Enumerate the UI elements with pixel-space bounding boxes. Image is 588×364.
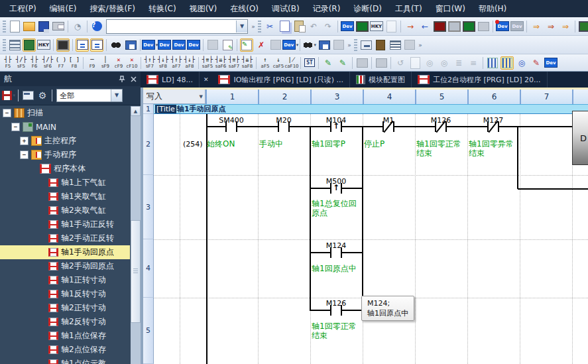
read-from-plc-icon[interactable]: ← xyxy=(418,20,432,33)
view-statement-icon[interactable] xyxy=(90,38,103,52)
search-combobox[interactable]: ▼ xyxy=(106,19,248,34)
copy-icon[interactable] xyxy=(278,20,291,33)
ladder-tool-F9-icon[interactable]: ─F9 xyxy=(86,55,99,71)
ladder-tool-saF5-icon[interactable]: ┤⇈├saF5 xyxy=(201,55,214,71)
tree-item-轴1手动回原点[interactable]: 轴1手动回原点 xyxy=(0,245,130,259)
document-tab-2[interactable]: 模块配置图 xyxy=(350,72,412,88)
find-dim-1-icon[interactable]: ◎ xyxy=(423,56,436,70)
ladder-tool-aF7-icon[interactable]: ┤↑├aF7 xyxy=(170,55,183,71)
list-view-icon[interactable] xyxy=(388,38,402,52)
document-tab-1[interactable]: IO输出程序 [PRG] [LD] (只读) ... xyxy=(212,72,350,88)
project-tree-view-icon[interactable] xyxy=(8,38,21,52)
ladder-jump-3-icon[interactable]: ⇒ xyxy=(559,20,572,33)
device-comment-list-icon[interactable]: HKY xyxy=(37,38,50,52)
delete-row-dim-icon[interactable]: ≡ xyxy=(467,56,480,70)
tree-item-轴1反转寸动[interactable]: 轴1反转寸动 xyxy=(0,287,130,301)
device-monitor-off-icon[interactable]: Dev xyxy=(510,20,524,33)
dock-layout-icon[interactable] xyxy=(21,89,34,102)
tree-item-扫描[interactable]: −扫描 xyxy=(0,106,130,120)
device-test-grid-icon[interactable] xyxy=(355,56,369,70)
device-find-tool-icon[interactable]: ▾ xyxy=(303,38,316,52)
toolbar-overflow-icon[interactable]: » xyxy=(346,39,353,51)
tree-item-手动程序[interactable]: −手动程序 xyxy=(0,148,130,162)
menu-item-edit[interactable]: 编辑(E) xyxy=(43,0,84,17)
device-monitor-on-icon[interactable]: Dev xyxy=(496,20,509,33)
device-display-icon[interactable]: Dev▾ xyxy=(143,38,156,52)
open-project-icon[interactable] xyxy=(23,20,36,33)
edit-coil-icon[interactable]: ✎ xyxy=(336,56,349,70)
tree-item-轴2手动正反转[interactable]: 轴2手动正反转 xyxy=(0,231,130,245)
ladder-tool-sF9-icon[interactable]: │sF9 xyxy=(99,55,112,71)
edit-mode-icon[interactable]: ✎ xyxy=(240,38,253,52)
st-editor-icon[interactable]: ST xyxy=(303,55,316,71)
tab-close-icon[interactable]: ✕ xyxy=(200,76,213,83)
scroll-thumb[interactable] xyxy=(131,220,141,323)
ladder-tool-aF8-icon[interactable]: ┤↓├aF8 xyxy=(183,55,196,71)
ladder-tool-saF7-icon[interactable]: ┤⇈├saF7 xyxy=(227,55,241,71)
device-view-icon[interactable]: Dev▾ xyxy=(284,38,297,52)
find-icon[interactable] xyxy=(109,38,123,52)
monitor-dim-icon[interactable] xyxy=(477,20,490,33)
new-project-icon[interactable] xyxy=(8,20,21,33)
redo-icon[interactable]: ↷ xyxy=(322,20,335,33)
tree-item-轴1手动正反转[interactable]: 轴1手动正反转 xyxy=(0,217,130,231)
ladder-tool-F5-icon[interactable]: ┤├F5 xyxy=(1,55,15,71)
ladder-jump-2-icon[interactable]: ⇒ xyxy=(544,20,558,33)
form-view-icon[interactable] xyxy=(359,38,373,52)
toolbar-grip[interactable] xyxy=(3,39,6,51)
device-batch-monitor-icon[interactable]: Dev xyxy=(158,38,171,52)
device-memory-icon[interactable]: Dev xyxy=(187,38,200,52)
tree-expand-toggle[interactable]: − xyxy=(11,123,20,131)
menu-item-tools[interactable]: 工具(T) xyxy=(388,0,429,17)
tree-expand-toggle[interactable]: − xyxy=(3,109,11,117)
help-icon[interactable]: ? xyxy=(90,20,103,33)
tree-item-轴1点位示教[interactable]: 轴1点位示教 xyxy=(0,357,130,364)
device-comment-write-icon[interactable]: Dev xyxy=(341,20,354,33)
tree-item-轴1正转寸动[interactable]: 轴1正转寸动 xyxy=(0,273,130,287)
ladder-tool-aF5-icon[interactable]: ↑aF5 xyxy=(259,55,272,71)
tree-filter-select[interactable]: 全部▼ xyxy=(56,89,123,102)
view-selector-icon[interactable]: ▾ xyxy=(2,89,15,102)
document-tab-0[interactable]: LD] 48... xyxy=(141,72,200,88)
device-find-icon[interactable]: Dev xyxy=(544,56,558,70)
tree-item-轴1点位保存[interactable]: 轴1点位保存 xyxy=(0,329,130,343)
scroll-up-button[interactable]: ▲ xyxy=(131,106,141,116)
tree-item-程序本体[interactable]: 程序本体 xyxy=(0,162,130,176)
ladder-tool-caF5-icon[interactable]: ↓caF5 xyxy=(272,55,285,71)
instruction-box[interactable]: D xyxy=(572,111,588,165)
tree-item-轴2反转寸动[interactable]: 轴2反转寸动 xyxy=(0,315,130,329)
edit-contact-icon[interactable]: ✎ xyxy=(322,56,335,70)
ladder-tool-caF10-icon[interactable]: ∤caF10 xyxy=(285,55,298,71)
remote-operation-icon[interactable] xyxy=(578,20,588,33)
monitor-stop-icon[interactable] xyxy=(447,20,461,33)
ladder-tool-saF8-icon[interactable]: ┤⇊├saF8 xyxy=(241,55,254,71)
monitor-window-icon[interactable] xyxy=(318,38,331,52)
settings-gear-icon[interactable]: ⚙ xyxy=(36,89,49,102)
device-hky-icon[interactable]: HKY xyxy=(370,20,383,33)
paste-icon[interactable] xyxy=(292,20,306,33)
ladder-tool-sF7-icon[interactable]: ┤↑├sF7 xyxy=(143,55,156,71)
statement-edit-icon[interactable] xyxy=(500,56,514,70)
ladder-tool-sF6-icon[interactable]: ┤/├sF6 xyxy=(41,55,54,71)
toolbar-grip[interactable] xyxy=(3,21,6,32)
menu-item-online[interactable]: 在线(O) xyxy=(223,0,265,17)
toolbar-grip[interactable] xyxy=(258,21,261,32)
mode-selector[interactable]: 写入 ▼ xyxy=(143,90,206,104)
close-icon[interactable] xyxy=(131,76,137,82)
combo-dropdown-icon[interactable]: ▼ xyxy=(236,21,247,32)
user-dim-icon[interactable] xyxy=(403,38,416,52)
tree-item-轴2夹取气缸[interactable]: 轴2夹取气缸 xyxy=(0,204,130,217)
menu-item-record[interactable]: 记录(R) xyxy=(306,0,347,17)
ladder-tool-F7-icon[interactable]: ( )F7 xyxy=(54,55,68,71)
cross-reference-icon[interactable]: ✗ xyxy=(255,38,268,52)
print-icon[interactable] xyxy=(52,20,65,33)
menu-item-find-replace[interactable]: 搜索/替换(F) xyxy=(84,0,142,17)
project-revision-icon[interactable]: ◔ xyxy=(71,20,84,33)
view-comment-icon[interactable] xyxy=(76,38,89,52)
ladder-tool-sF8-icon[interactable]: ┤↓├sF8 xyxy=(156,55,170,71)
intelligent-module-icon[interactable] xyxy=(56,38,70,52)
tree-item-主控程序[interactable]: +主控程序 xyxy=(0,134,130,148)
toolbar-overflow-icon[interactable]: » xyxy=(417,39,424,51)
tree-scrollbar[interactable]: ▲ xyxy=(131,106,141,364)
ladder-tool-cF10-icon[interactable]: ✕cF10 xyxy=(125,55,139,71)
